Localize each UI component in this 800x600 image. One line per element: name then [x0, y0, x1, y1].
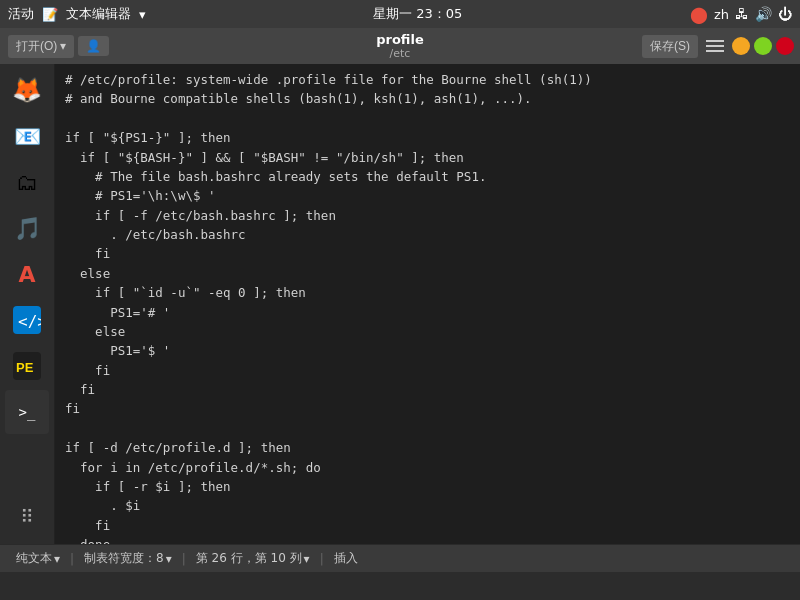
file-name: profile — [376, 32, 424, 48]
sidebar-icon-firefox[interactable]: 🦊 — [5, 68, 49, 112]
sidebar-icon-files[interactable]: 🗂 — [5, 160, 49, 204]
title-bar: 打开(O) ▾ 👤 profile /etc 保存(S) — [0, 28, 800, 64]
system-bar-center: 星期一 23：05 — [373, 5, 462, 23]
maximize-button[interactable] — [754, 37, 772, 55]
system-bar: 活动 📝 文本编辑器 ▾ 星期一 23：05 ⬤ zh 🖧 🔊 ⏻ — [0, 0, 800, 28]
tab-width-label: 制表符宽度：8 — [84, 550, 164, 567]
sidebar-icon-pycharm[interactable]: PE — [5, 344, 49, 388]
stop-icon: ⬤ — [690, 5, 708, 24]
sidebar-icon-vscode[interactable]: </> — [5, 298, 49, 342]
hamburger-menu[interactable] — [702, 36, 728, 56]
sep3: | — [320, 552, 324, 566]
lang-label[interactable]: zh — [714, 7, 729, 22]
title-center: profile /etc — [376, 32, 424, 61]
sidebar-icon-email[interactable]: 📧 — [5, 114, 49, 158]
open-label: 打开(O) — [16, 38, 57, 55]
tab-width-item[interactable]: 制表符宽度：8 ▾ — [78, 550, 178, 567]
save-label: 保存(S) — [650, 38, 690, 55]
system-bar-right: ⬤ zh 🖧 🔊 ⏻ — [690, 5, 792, 24]
file-path: /etc — [376, 47, 424, 60]
open-button[interactable]: 打开(O) ▾ — [8, 35, 74, 58]
sidebar-icon-terminal[interactable]: >_ — [5, 390, 49, 434]
sidebar: 🦊 📧 🗂 🎵 A </> PE >_ ⠿ — [0, 64, 55, 544]
cursor-position-item[interactable]: 第 26 行，第 10 列 ▾ — [190, 550, 316, 567]
close-button[interactable] — [776, 37, 794, 55]
sidebar-icon-music[interactable]: 🎵 — [5, 206, 49, 250]
editor-area[interactable]: # /etc/profile: system-wide .profile fil… — [55, 64, 800, 544]
save-button[interactable]: 保存(S) — [642, 35, 698, 58]
text-type-arrow: ▾ — [54, 552, 60, 566]
cursor-position-label: 第 26 行，第 10 列 — [196, 550, 302, 567]
code-editor[interactable]: # /etc/profile: system-wide .profile fil… — [55, 64, 800, 544]
audio-icon[interactable]: 🔊 — [755, 6, 772, 22]
sidebar-icon-fonts[interactable]: A — [5, 252, 49, 296]
open-dropdown-icon: ▾ — [60, 39, 66, 53]
app-name-label: 文本编辑器 — [66, 5, 131, 23]
svg-text:PE: PE — [16, 360, 34, 375]
datetime-label: 星期一 23：05 — [373, 5, 462, 23]
title-bar-right: 保存(S) — [642, 35, 800, 58]
svg-text:</>: </> — [18, 312, 41, 331]
network-icon[interactable]: 🖧 — [735, 6, 749, 22]
tab-width-arrow: ▾ — [166, 552, 172, 566]
hamburger-line3 — [706, 50, 724, 52]
insert-mode-label: 插入 — [334, 550, 358, 567]
avatar-icon: 👤 — [86, 39, 101, 53]
avatar-button[interactable]: 👤 — [78, 36, 109, 56]
sep1: | — [70, 552, 74, 566]
hamburger-line1 — [706, 40, 724, 42]
main-area: 🦊 📧 🗂 🎵 A </> PE >_ ⠿ # /etc/profile: sy… — [0, 64, 800, 544]
app-icon: 📝 — [42, 7, 58, 22]
title-bar-left: 打开(O) ▾ 👤 — [0, 35, 109, 58]
system-bar-left: 活动 📝 文本编辑器 ▾ — [8, 5, 146, 23]
minimize-button[interactable] — [732, 37, 750, 55]
insert-mode-item[interactable]: 插入 — [328, 550, 364, 567]
app-menu-arrow[interactable]: ▾ — [139, 7, 146, 22]
sidebar-icon-apps[interactable]: ⠿ — [5, 494, 49, 538]
power-icon[interactable]: ⏻ — [778, 6, 792, 22]
activities-label[interactable]: 活动 — [8, 5, 34, 23]
text-type-item[interactable]: 纯文本 ▾ — [10, 550, 66, 567]
status-bar: 纯文本 ▾ | 制表符宽度：8 ▾ | 第 26 行，第 10 列 ▾ | 插入 — [0, 544, 800, 572]
hamburger-line2 — [706, 45, 724, 47]
text-type-label: 纯文本 — [16, 550, 52, 567]
cursor-position-arrow: ▾ — [304, 552, 310, 566]
sep2: | — [182, 552, 186, 566]
